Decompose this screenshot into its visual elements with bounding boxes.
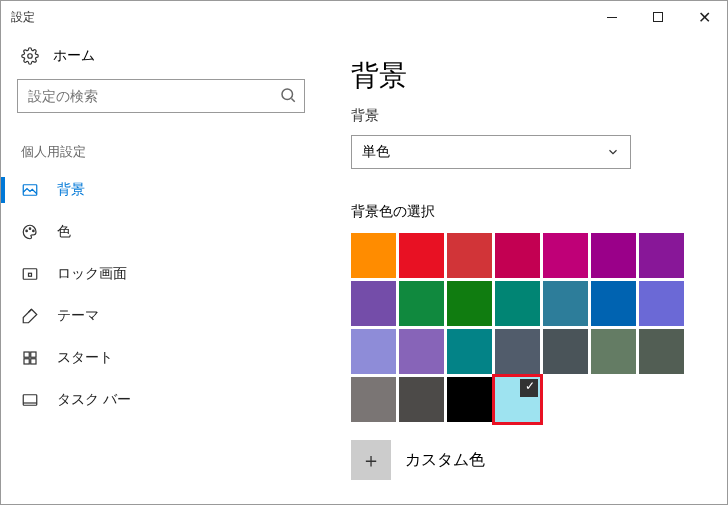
page-title: 背景 xyxy=(351,57,687,95)
svg-rect-8 xyxy=(29,273,32,276)
color-swatch[interactable] xyxy=(351,329,396,374)
color-swatch[interactable] xyxy=(447,377,492,422)
sidebar-item-label: スタート xyxy=(57,349,113,367)
svg-rect-9 xyxy=(24,352,29,357)
svg-point-0 xyxy=(28,54,33,59)
theme-icon xyxy=(21,307,39,325)
home-link[interactable]: ホーム xyxy=(1,41,321,79)
color-swatch[interactable] xyxy=(639,233,684,278)
svg-rect-13 xyxy=(23,395,37,406)
main-panel: 背景 背景 単色 背景色の選択 ✓ ＋ カスタム色 xyxy=(321,33,727,504)
svg-rect-10 xyxy=(31,352,36,357)
gear-icon xyxy=(21,47,39,65)
chevron-down-icon xyxy=(606,145,620,159)
palette-icon xyxy=(21,223,39,241)
sidebar-item-taskbar[interactable]: タスク バー xyxy=(1,379,321,421)
background-type-label: 背景 xyxy=(351,107,687,125)
sidebar-item-themes[interactable]: テーマ xyxy=(1,295,321,337)
sidebar-item-colors[interactable]: 色 xyxy=(1,211,321,253)
svg-point-1 xyxy=(282,89,293,100)
color-swatch[interactable] xyxy=(351,233,396,278)
svg-line-2 xyxy=(291,98,294,101)
sidebar-item-label: テーマ xyxy=(57,307,99,325)
color-swatch[interactable] xyxy=(447,281,492,326)
svg-point-4 xyxy=(26,230,28,232)
color-swatch[interactable]: ✓ xyxy=(495,377,540,422)
sidebar-group-label: 個人用設定 xyxy=(1,143,321,169)
window-title: 設定 xyxy=(11,9,35,26)
color-swatch[interactable] xyxy=(543,281,588,326)
lockscreen-icon xyxy=(21,265,39,283)
color-swatch[interactable] xyxy=(447,233,492,278)
svg-point-6 xyxy=(33,230,35,232)
color-swatch[interactable] xyxy=(543,329,588,374)
titlebar: 設定 ✕ xyxy=(1,1,727,33)
taskbar-icon xyxy=(21,391,39,409)
color-swatch-grid: ✓ xyxy=(351,233,687,422)
dropdown-value: 単色 xyxy=(362,143,390,161)
color-swatch[interactable] xyxy=(399,233,444,278)
start-icon xyxy=(21,349,39,367)
close-button[interactable]: ✕ xyxy=(681,1,727,33)
maximize-button[interactable] xyxy=(635,1,681,33)
background-type-dropdown[interactable]: 単色 xyxy=(351,135,631,169)
custom-color-label: カスタム色 xyxy=(405,450,485,471)
sidebar-item-label: 背景 xyxy=(57,181,85,199)
sidebar-item-label: 色 xyxy=(57,223,71,241)
color-swatch[interactable] xyxy=(399,377,444,422)
color-swatch[interactable] xyxy=(543,233,588,278)
picture-icon xyxy=(21,181,39,199)
color-swatch[interactable] xyxy=(447,329,492,374)
sidebar: ホーム 個人用設定 背景 色 ロック画面 テーマ スタート タスク xyxy=(1,33,321,504)
sidebar-item-label: タスク バー xyxy=(57,391,131,409)
color-swatch[interactable] xyxy=(639,281,684,326)
svg-rect-12 xyxy=(31,359,36,364)
svg-point-5 xyxy=(29,228,31,230)
minimize-button[interactable] xyxy=(589,1,635,33)
color-swatch[interactable] xyxy=(495,329,540,374)
color-swatch[interactable] xyxy=(399,281,444,326)
color-swatch[interactable] xyxy=(399,329,444,374)
check-icon: ✓ xyxy=(525,379,535,393)
svg-rect-7 xyxy=(23,269,37,280)
sidebar-item-background[interactable]: 背景 xyxy=(1,169,321,211)
color-swatch[interactable] xyxy=(639,329,684,374)
sidebar-item-label: ロック画面 xyxy=(57,265,127,283)
color-swatch[interactable] xyxy=(495,281,540,326)
sidebar-item-lockscreen[interactable]: ロック画面 xyxy=(1,253,321,295)
color-swatch[interactable] xyxy=(351,281,396,326)
search-icon xyxy=(279,86,297,104)
custom-color-button[interactable]: ＋ xyxy=(351,440,391,480)
search-input[interactable] xyxy=(17,79,305,113)
color-swatch[interactable] xyxy=(591,329,636,374)
color-swatch[interactable] xyxy=(591,281,636,326)
color-section-label: 背景色の選択 xyxy=(351,203,687,221)
svg-rect-11 xyxy=(24,359,29,364)
color-swatch[interactable] xyxy=(495,233,540,278)
plus-icon: ＋ xyxy=(361,447,381,474)
home-label: ホーム xyxy=(53,47,95,65)
sidebar-item-start[interactable]: スタート xyxy=(1,337,321,379)
color-swatch[interactable] xyxy=(351,377,396,422)
color-swatch[interactable] xyxy=(591,233,636,278)
